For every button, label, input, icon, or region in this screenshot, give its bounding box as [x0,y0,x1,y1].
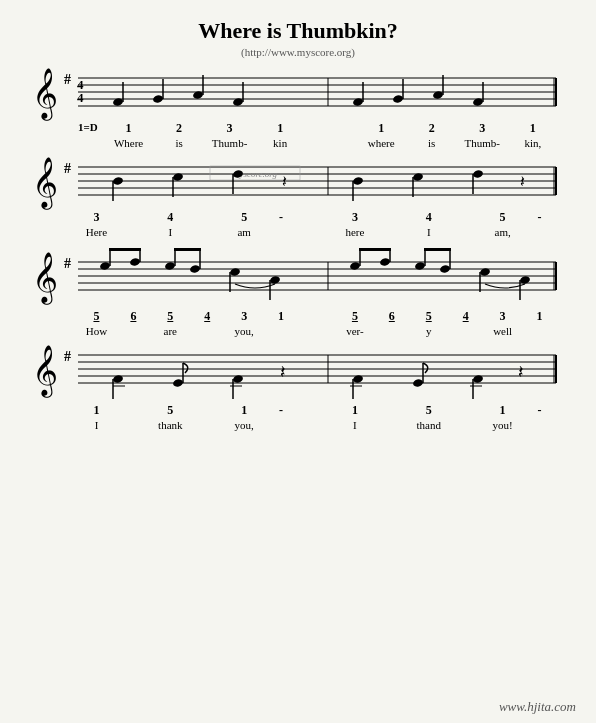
num-cell: - [263,210,300,225]
num-cell [305,121,356,136]
lyric-cell: you, [226,419,263,431]
lyric-cell [373,226,410,238]
lyric-cell [189,419,226,431]
num-cell: 4 [410,210,447,225]
num-lyrics-4: 1 5 1 - 1 5 1 - I thank you, [30,403,566,431]
svg-rect-82 [359,248,391,251]
num-cell: 5 [336,309,373,324]
lyric-cell: am, [484,226,521,238]
lyric-cell: y [410,325,447,337]
num-cell: - [521,403,558,418]
num-cell [115,403,152,418]
subtitle: (http://www.myscore.org) [30,46,566,58]
num-cell: 1 [255,121,306,136]
lyric-cell: thank [152,419,189,431]
num-cell: 5 [226,210,263,225]
lyric-cell [300,226,337,238]
num-cell: 1 [484,403,521,418]
lyric-cell: is [406,137,457,149]
staff-svg-1: 𝄞 # 4 4 [30,66,566,121]
section-4: 𝄞 # 𝄽 [30,343,566,431]
svg-text:𝄽: 𝄽 [518,366,523,377]
num-cell: 1 [103,121,154,136]
lyric-cell [521,325,558,337]
page-title: Where is Thumbkin? [30,18,566,44]
num-lyrics-2: 3 4 5 - 3 4 5 - Here I am [30,210,566,238]
num-cell: 6 [115,309,152,324]
svg-point-105 [172,378,183,387]
lyric-cell [115,419,152,431]
lyric-cell [521,419,558,431]
lyric-cell [305,137,356,149]
lyric-cell: you, [226,325,263,337]
svg-point-71 [189,264,200,273]
lyrics-row-2: Here I am here I am, [78,226,558,238]
lyric-cell: thand [410,419,447,431]
lyric-cell [300,325,337,337]
section-3: 𝄞 # [30,244,566,337]
svg-rect-73 [174,248,201,251]
lyric-cell: Thumb- [204,137,255,149]
staff-svg-3: 𝄞 # [30,244,566,309]
lyric-cell [263,325,300,337]
num-cell: 1 [78,403,115,418]
num-cell: 3 [78,210,115,225]
num-cell: 1 [336,403,373,418]
lyric-cell [373,325,410,337]
num-cell [115,210,152,225]
lyric-cell: kin, [508,137,559,149]
numbers-row-3: 5 6 5 4 3 1 5 6 5 4 3 1 [78,309,558,324]
numbers-row-2: 3 4 5 - 3 4 5 - [78,210,558,225]
num-cell [189,210,226,225]
lyric-cell: kin [255,137,306,149]
svg-text:𝄞: 𝄞 [32,252,58,305]
num-cell: 5 [78,309,115,324]
svg-point-40 [112,176,123,185]
num-cell: 3 [484,309,521,324]
svg-point-114 [412,378,423,387]
num-lyrics-3: 5 6 5 4 3 1 5 6 5 4 3 1 How are you, [30,309,566,337]
lyric-cell: ver- [336,325,373,337]
num-cell [373,210,410,225]
svg-point-51 [472,169,483,178]
svg-text:#: # [64,349,71,364]
num-cell: 1 [508,121,559,136]
svg-text:𝄞: 𝄞 [32,345,58,398]
numbers-row-1: 1=D 1 2 3 1 1 2 3 1 [78,121,558,136]
num-cell [189,403,226,418]
svg-text:#: # [64,72,71,87]
lyric-cell: are [152,325,189,337]
section-2: 𝄞 # myscore.org 𝄽 𝄽 [30,155,566,238]
svg-point-66 [129,257,140,266]
lyric-cell: I [152,226,189,238]
svg-point-80 [379,257,390,266]
svg-rect-87 [424,248,451,251]
lyric-cell [189,226,226,238]
lyric-cell [447,226,484,238]
staff-svg-2: 𝄞 # myscore.org 𝄽 𝄽 [30,155,566,210]
svg-text:#: # [64,256,71,271]
num-cell: 2 [406,121,457,136]
lyric-cell [189,325,226,337]
num-cell: 3 [457,121,508,136]
num-cell: 6 [373,309,410,324]
lyric-cell [263,419,300,431]
svg-text:𝄞: 𝄞 [32,68,58,121]
staff-svg-4: 𝄞 # 𝄽 [30,343,566,403]
num-cell: 1 [226,403,263,418]
svg-rect-68 [109,248,141,251]
lyrics-row-4: I thank you, I thand you! [78,419,558,431]
lyric-cell: well [484,325,521,337]
lyric-cell: Thumb- [457,137,508,149]
lyric-cell: you! [484,419,521,431]
lyric-cell [115,226,152,238]
lyric-cell: I [78,419,115,431]
lyric-cell: am [226,226,263,238]
page: Where is Thumbkin? (http://www.myscore.o… [0,0,596,723]
lyric-cell: here [336,226,373,238]
num-cell: - [521,210,558,225]
num-cell: 1 [356,121,407,136]
num-cell: 4 [447,309,484,324]
num-cell [447,403,484,418]
num-cell: 2 [154,121,205,136]
